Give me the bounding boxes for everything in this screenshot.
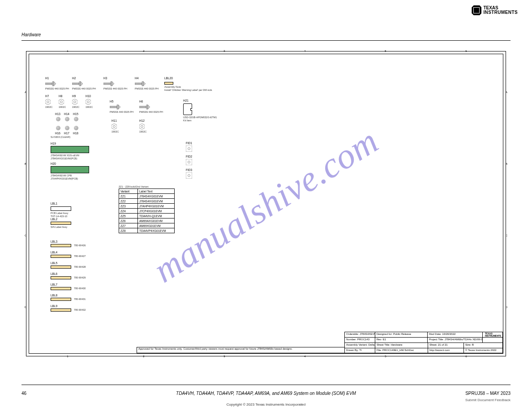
ref-lbl8: LBL8 xyxy=(51,294,57,297)
footer-docid: SPRUJ58 – MAY 2023 xyxy=(465,391,511,396)
ref-lbl6: LBL6 xyxy=(51,272,57,275)
pcb-icon xyxy=(51,166,89,173)
ref-h18: H18 xyxy=(73,132,78,135)
h19-note: J784S4XEVM XDS-uEVM xyxy=(51,154,79,157)
ref-lbl3: LBL3 xyxy=(51,240,57,243)
lbl5-note: 795-90428 xyxy=(74,265,86,268)
footer-rule xyxy=(21,385,511,385)
label-icon xyxy=(51,265,71,269)
pn-h1: PMSSS 440 0025 PH xyxy=(45,87,69,90)
footer-title: TDA4VH, TDA4AH, TDA4VP, TDA4AP, AM69A, a… xyxy=(176,391,356,396)
zz-cell: AM69XG01EVM xyxy=(138,223,175,228)
fiducial-icon xyxy=(186,159,192,165)
screw-icon xyxy=(110,104,121,110)
zone-bot-5: 5 xyxy=(383,355,388,358)
label-icon xyxy=(51,287,71,290)
bumpon-icon xyxy=(65,117,69,121)
zone-bot-2: 2 xyxy=(141,355,146,358)
zz-cell: J784S4XG01EVM xyxy=(138,194,175,199)
ref-lbl7: LBL7 xyxy=(51,283,57,286)
footer-feedback-link[interactable]: Submit Document Feedback xyxy=(465,398,511,402)
zz-cell: ZZ6 xyxy=(119,218,138,223)
schematic-frame: 1 2 3 4 5 6 1 2 3 4 5 6 A B C D A B C D … xyxy=(29,54,503,354)
ref-lbl1: LBL1 xyxy=(51,202,57,205)
lbl3-note: 795-90426 xyxy=(74,244,86,247)
svg-marker-50 xyxy=(112,124,117,129)
zone-right-c: C xyxy=(506,233,507,238)
tb-rev: Rev: E1 xyxy=(375,338,428,342)
ref-h5: H5 xyxy=(110,100,113,103)
ref-h21: H21 xyxy=(183,99,189,102)
ref-h7: H7 xyxy=(45,94,49,98)
zone-top-3: 3 xyxy=(222,50,227,52)
zz-cell: J7AHP4XG01EVM xyxy=(138,204,175,209)
tb-size: Size: B xyxy=(464,343,502,348)
zone-left-d: D xyxy=(25,305,26,309)
zone-left-c: C xyxy=(25,233,26,238)
zz-cell: ZZ2 xyxy=(119,199,138,204)
lbl20-note: Assembly Note xyxy=(164,86,181,88)
tb-sheet-title: Sheet Title: Hardware xyxy=(375,343,428,348)
svg-rect-15 xyxy=(111,81,112,86)
bumpon-icon xyxy=(74,117,78,121)
svg-marker-30 xyxy=(59,99,64,105)
pn-h19: J784S4XG01EVM(PCB) xyxy=(51,157,77,160)
label-icon xyxy=(164,82,173,85)
ti-logo-line2: INSTRUMENTS xyxy=(483,10,518,15)
screw-icon xyxy=(139,104,151,110)
ref-h20: H20 xyxy=(51,162,56,165)
tb-assy: Assembly Variant: Default xyxy=(345,343,375,348)
zone-top-1: 1 xyxy=(65,50,70,52)
zz-cell: AM69AXG01EVM xyxy=(138,218,175,223)
variant-table: Variant Label Text ZZ1J784S4XG01EVM ZZ2J… xyxy=(119,188,175,233)
svg-rect-44 xyxy=(146,105,148,109)
svg-rect-54 xyxy=(186,146,192,152)
ref-h8: H8 xyxy=(59,94,62,98)
ref-h12: H12 xyxy=(139,119,145,122)
zz-cell: ZZ8 xyxy=(119,228,138,233)
nut-icon xyxy=(59,99,64,105)
svg-rect-1 xyxy=(52,81,54,86)
header-rule xyxy=(21,40,511,41)
zz-cell: ZZ3 xyxy=(119,204,138,209)
screw-icon xyxy=(45,81,57,86)
zone-left-b: B xyxy=(25,162,26,166)
pn-h5: PMSSS 440 0025 PH xyxy=(110,111,133,113)
pcb-icon xyxy=(51,146,89,153)
ref-h11: H11 xyxy=(112,119,117,122)
zone-right-d: D xyxy=(506,305,507,309)
zone-top-4: 4 xyxy=(302,50,308,52)
ref-lbl4: LBL4 xyxy=(51,251,57,254)
zone-bot-6: 6 xyxy=(463,355,469,358)
zone-right-a: A xyxy=(506,90,507,94)
svg-rect-58 xyxy=(186,172,192,179)
ref-h15: H15 xyxy=(73,112,78,116)
ref-lbl20: LBL20 xyxy=(164,77,173,80)
lbl2-note: S/N Label Assy xyxy=(51,226,67,228)
label-icon xyxy=(51,206,71,211)
pn-h3: PMSSS 440 0025 PH xyxy=(103,87,127,90)
zone-top-6: 6 xyxy=(463,50,469,52)
zz-cell: ZZ5 xyxy=(119,214,138,218)
pn-h9: 1902C xyxy=(72,106,79,108)
label-icon xyxy=(51,276,71,279)
ref-h6: H6 xyxy=(139,100,143,103)
label-icon xyxy=(51,222,71,225)
h20-note: J784S4XEVM CPB xyxy=(51,174,72,177)
zone-top-2: 2 xyxy=(141,50,146,52)
screw-icon xyxy=(103,81,115,86)
lbl20-pn: Install 'Children Warning Label' per DM … xyxy=(164,89,212,91)
lbl8-note: 795-90431 xyxy=(74,298,86,300)
ref-lbl5: LBL5 xyxy=(51,261,57,265)
pn-h12: 1902C xyxy=(139,130,146,133)
pn-h4: PMSSS 440 0025 PH xyxy=(135,87,159,90)
label-icon xyxy=(51,244,71,247)
screw-icon xyxy=(72,81,84,86)
bumpon-icon xyxy=(74,126,78,130)
ref-h1: H1 xyxy=(45,77,49,80)
pn-h11: 1902C xyxy=(112,130,119,133)
tb-number: Number: PROC143 xyxy=(345,338,375,342)
label-icon xyxy=(51,298,71,301)
nut-icon xyxy=(139,124,145,129)
ref-h4: H4 xyxy=(135,77,138,80)
